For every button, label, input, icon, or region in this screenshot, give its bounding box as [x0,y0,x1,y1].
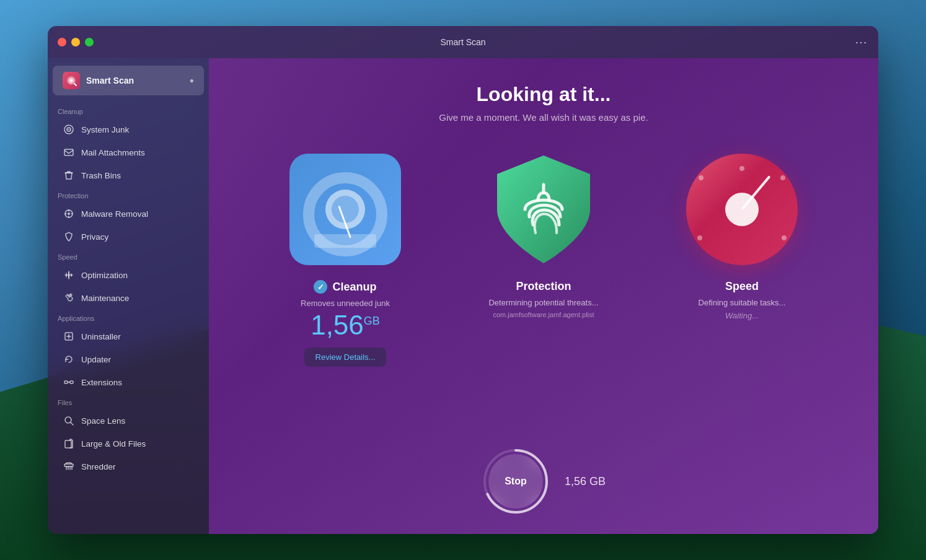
main-content: Looking at it... Give me a moment. We al… [209,58,878,534]
speed-dot-top [739,166,744,171]
speedometer [686,154,798,265]
updater-label: Updater [81,355,111,364]
svg-line-1 [74,84,76,85]
stop-btn-container: Stop [482,447,550,515]
section-label-speed: Speed [48,248,209,263]
svg-rect-5 [64,149,73,155]
review-details-button[interactable]: Review Details... [304,348,387,367]
titlebar: Smart Scan ⋯ [48,26,878,58]
sidebar-item-privacy[interactable]: Privacy [53,225,204,248]
privacy-icon [63,230,75,243]
svg-rect-9 [64,381,68,383]
section-label-protection: Protection [48,187,209,202]
window-title: Smart Scan [440,37,485,47]
malware-removal-label: Malware Removal [81,209,148,219]
section-label-cleanup: Cleanup [48,103,209,118]
maintenance-icon [63,292,75,304]
stop-button[interactable]: Stop [488,454,543,509]
protection-card-title: Protection [516,280,571,293]
trash-bins-label: Trash Bins [81,171,121,180]
large-old-files-label: Large & Old Files [81,439,146,448]
protection-card: Protection Determining potential threats… [457,154,630,435]
sidebar-item-smart-scan[interactable]: Smart Scan ● [53,66,204,95]
speed-center [725,193,759,226]
system-junk-icon [63,123,75,136]
updater-icon [63,353,75,365]
bottom-size-label: 1,56 GB [565,475,606,488]
smart-scan-icon [63,72,80,89]
sidebar-item-system-junk[interactable]: System Junk [53,118,204,141]
maximize-button[interactable] [85,38,94,46]
minimize-button[interactable] [71,38,80,46]
close-button[interactable] [58,38,66,46]
extensions-label: Extensions [81,378,122,387]
uninstaller-label: Uninstaller [81,332,121,341]
sidebar-item-large-old-files[interactable]: Large & Old Files [53,432,204,455]
speed-subtitle: Defining suitable tasks... [699,298,786,307]
speed-dot-tr [780,175,785,180]
app-window: Smart Scan ⋯ Smart Scan ● Cleanup [48,26,878,534]
smart-scan-badge: ● [190,76,194,85]
section-label-files: Files [48,394,209,409]
cleanup-illustration [289,154,401,265]
section-label-applications: Applications [48,310,209,325]
optimization-icon [63,269,75,281]
svg-rect-10 [70,381,73,383]
speed-dot-tl [699,175,703,180]
sidebar-item-shredder[interactable]: Shredder [53,455,204,478]
cleanup-card: ✓ Cleanup Removes unneeded junk 1,56GB R… [258,154,432,435]
large-old-files-icon [63,437,75,450]
svg-point-7 [68,212,70,215]
sidebar-item-extensions[interactable]: Extensions [53,371,204,393]
sidebar-item-maintenance[interactable]: Maintenance [53,287,204,309]
system-junk-label: System Junk [81,125,129,134]
space-lens-label: Space Lens [81,416,125,426]
main-title: Looking at it... [477,83,611,106]
speed-illustration [686,154,798,265]
sidebar-item-updater[interactable]: Updater [53,348,204,370]
sidebar: Smart Scan ● Cleanup System Junk [48,58,209,534]
svg-rect-12 [65,440,71,448]
speed-card: Speed Defining suitable tasks... Waiting… [655,154,829,435]
speed-card-title: Speed [725,280,759,293]
cleanup-subtitle: Removes unneeded junk [301,299,390,308]
protection-illustration [488,154,599,265]
sidebar-item-trash-bins[interactable]: Trash Bins [53,164,204,186]
window-controls [58,38,94,46]
main-subtitle: Give me a moment. We all wish it was eas… [439,112,648,123]
cleanup-card-title: ✓ Cleanup [314,280,376,294]
uninstaller-icon [63,330,75,343]
svg-point-4 [68,129,69,130]
maintenance-label: Maintenance [81,294,129,303]
cards-row: ✓ Cleanup Removes unneeded junk 1,56GB R… [246,154,841,435]
protection-subtitle: Determining potential threats... [488,298,598,307]
malware-removal-icon [63,208,75,220]
cleanup-size: 1,56GB [311,312,380,339]
speed-dot-br [782,235,787,240]
trash-bins-icon [63,169,75,182]
sidebar-item-malware-removal[interactable]: Malware Removal [53,203,204,225]
extensions-icon [63,376,75,388]
main-layout: Smart Scan ● Cleanup System Junk [48,58,878,534]
disk-needle [338,206,351,238]
shredder-icon [63,460,75,473]
cleanup-check-icon: ✓ [314,280,327,294]
more-options-button[interactable]: ⋯ [855,35,868,50]
shredder-label: Shredder [81,462,116,471]
sidebar-item-mail-attachments[interactable]: Mail Attachments [53,141,204,164]
sidebar-item-uninstaller[interactable]: Uninstaller [53,325,204,348]
speed-waiting: Waiting... [725,311,759,320]
disk-base [314,234,376,248]
sidebar-item-space-lens[interactable]: Space Lens [53,409,204,432]
privacy-label: Privacy [81,232,108,242]
speed-dot-bl [697,235,702,240]
protection-small-text: com.jamfsoftware.jamf.agent.plist [493,311,594,318]
bottom-bar: Stop 1,56 GB [234,435,853,522]
sidebar-item-optimization[interactable]: Optimization [53,264,204,286]
optimization-label: Optimization [81,271,128,280]
space-lens-icon [63,414,75,427]
mail-attachments-label: Mail Attachments [81,148,145,157]
svg-point-0 [70,79,73,82]
mail-attachments-icon [63,146,75,159]
smart-scan-label: Smart Scan [86,76,183,85]
